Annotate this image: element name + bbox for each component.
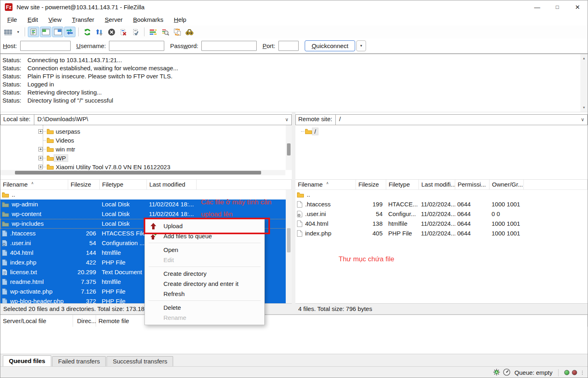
folder-icon xyxy=(2,221,9,227)
tree-item-win-mtr[interactable]: +win mtr xyxy=(0,145,292,153)
site-manager-button[interactable] xyxy=(2,27,14,37)
log-row: Status:Connection established, waiting f… xyxy=(0,64,588,72)
menu-item-refresh[interactable]: Refresh xyxy=(145,289,264,299)
disconnect-button[interactable] xyxy=(118,27,129,37)
toggle-message-log-button[interactable] xyxy=(28,27,39,37)
file-owner: 0 0 xyxy=(490,209,524,219)
folder-icon xyxy=(2,211,9,217)
menu-transfer[interactable]: Transfer xyxy=(67,15,99,24)
log-message: Logged in xyxy=(27,80,54,88)
quickconnect-button[interactable]: Quickconnect xyxy=(305,40,355,51)
site-manager-dropdown[interactable]: ▼ xyxy=(15,27,22,37)
file-size xyxy=(68,209,100,219)
queue-column-serverlocalfile[interactable]: Server/Local file xyxy=(0,315,73,327)
find-files-button[interactable] xyxy=(184,27,195,37)
column-header-filesize[interactable]: Filesize xyxy=(356,180,386,190)
tab-successful-transfers[interactable]: Successful transfers xyxy=(107,356,173,366)
column-header-lastmodified[interactable]: Last modified xyxy=(147,180,197,190)
close-button[interactable]: ✕ xyxy=(567,0,588,14)
menu-item-upload[interactable]: Upload xyxy=(145,221,264,231)
column-header-filetype[interactable]: Filetype xyxy=(100,180,147,190)
toolbar: ▼ xyxy=(0,25,588,38)
toggle-local-tree-button[interactable] xyxy=(40,27,51,37)
tree-expander-icon[interactable]: + xyxy=(38,156,43,160)
tree-item-videos[interactable]: Videos xyxy=(0,136,292,145)
password-field-label: Password: xyxy=(170,42,198,49)
auto-transfer-mode-icon[interactable]: A xyxy=(493,368,500,377)
username-field[interactable] xyxy=(109,41,164,51)
file-size: 422 xyxy=(68,258,100,267)
menu-edit[interactable]: Edit xyxy=(22,15,43,24)
quickconnect-bar: Host:Username:Password:Port:Quickconnect… xyxy=(0,38,588,54)
quickconnect-dropdown-button[interactable]: ▼ xyxy=(356,40,366,51)
column-header-ownergr[interactable]: Owner/Gr... xyxy=(490,180,524,190)
file-name: wp-admin xyxy=(0,200,68,209)
tab-failed-transfers[interactable]: Failed transfers xyxy=(52,356,106,366)
local-tree-hscrollbar[interactable] xyxy=(0,170,285,175)
refresh-button[interactable] xyxy=(82,27,93,37)
resize-grip[interactable] xyxy=(582,371,583,375)
file-row-404-html[interactable]: 404.html138htmlfile11/02/2024...06441000… xyxy=(295,219,588,229)
scroll-down-icon[interactable]: ▼ xyxy=(580,104,588,111)
password-field[interactable] xyxy=(201,41,257,51)
tree-expander-icon[interactable]: + xyxy=(38,147,43,151)
chevron-down-icon[interactable]: ∨ xyxy=(581,117,584,122)
remote-site-combobox[interactable]: / ∨ xyxy=(336,114,588,125)
file-row-index-php[interactable]: index.php405PHP File11/02/2024...0644100… xyxy=(295,229,588,238)
file-row--htaccess[interactable]: .htaccess199HTACCE...11/02/2024...064410… xyxy=(295,200,588,209)
filter-button[interactable] xyxy=(147,27,159,37)
menu-file[interactable]: File xyxy=(2,15,22,24)
file-owner: 1000 1001 xyxy=(490,229,524,238)
file-name: 404.html xyxy=(0,248,68,258)
toggle-remote-tree-button[interactable] xyxy=(52,27,63,37)
log-row: Status:Directory listing of "/" successf… xyxy=(0,97,588,105)
speed-limits-icon[interactable] xyxy=(503,368,511,377)
directory-comparison-button[interactable] xyxy=(159,27,171,37)
local-site-combobox[interactable]: D:\Downloads\WP\ ∨ xyxy=(34,114,292,125)
synchronized-browsing-button[interactable] xyxy=(172,27,183,37)
column-header-filetype[interactable]: Filetype xyxy=(386,180,419,190)
pane-splitter[interactable] xyxy=(292,112,295,314)
host-field[interactable] xyxy=(20,41,71,51)
tree-item-wp[interactable]: +WP xyxy=(0,153,292,162)
menu-help[interactable]: Help xyxy=(169,15,192,24)
column-header-permissi[interactable]: Permissi... xyxy=(455,180,490,190)
tree-expander-icon[interactable]: + xyxy=(38,165,43,169)
tree-expander-icon[interactable]: + xyxy=(38,129,43,134)
chevron-down-icon[interactable]: ∨ xyxy=(285,117,289,122)
file-size xyxy=(68,219,100,229)
process-queue-button[interactable] xyxy=(94,27,105,37)
column-header-lastmodifi[interactable]: Last modifi... xyxy=(419,180,455,190)
menu-bookmarks[interactable]: Bookmarks xyxy=(128,15,169,24)
queue-column-direc[interactable]: Direc... xyxy=(73,315,96,327)
port-field[interactable] xyxy=(278,41,299,51)
file-row--[interactable]: .. xyxy=(295,190,588,200)
file-icon xyxy=(297,230,302,237)
reconnect-button[interactable] xyxy=(130,27,141,37)
menu-server[interactable]: Server xyxy=(100,15,128,24)
file-row--user-ini[interactable]: .user.ini54Configur...11/02/2024...06440… xyxy=(295,209,588,219)
menu-item-open[interactable]: Open xyxy=(145,245,264,255)
minimize-button[interactable]: — xyxy=(527,0,547,14)
menu-item-create-directory[interactable]: Create directory xyxy=(145,269,264,279)
folder-icon xyxy=(47,137,54,143)
column-header-filename[interactable]: Filename∧ xyxy=(295,180,356,190)
column-header-filename[interactable]: Filename∧ xyxy=(0,180,68,190)
log-scrollbar[interactable]: ▲ ▼ xyxy=(580,54,588,112)
cancel-button[interactable] xyxy=(106,27,117,37)
toggle-transfer-queue-button[interactable] xyxy=(64,27,75,37)
column-header-filesize[interactable]: Filesize xyxy=(68,180,100,190)
tab-queued-files[interactable]: Queued files xyxy=(3,355,51,366)
maximize-button[interactable]: □ xyxy=(547,0,567,14)
tree-item-root[interactable]: / xyxy=(295,127,588,136)
queue-status-text: Queue: empty xyxy=(515,369,552,376)
file-type: Text Document xyxy=(100,267,147,277)
local-list-scrollbar[interactable] xyxy=(286,190,292,303)
menu-item-add-files-to-queue[interactable]: Add files to queue xyxy=(145,231,264,241)
scroll-up-icon[interactable]: ▲ xyxy=(580,55,588,62)
menu-item-delete[interactable]: Delete xyxy=(145,302,264,313)
menu-view[interactable]: View xyxy=(43,15,67,24)
menu-item-create-directory-and-enter-it[interactable]: Create directory and enter it xyxy=(145,279,264,289)
tree-item-userpass[interactable]: +userpass xyxy=(0,127,292,136)
local-tree-vscrollbar[interactable] xyxy=(286,125,292,170)
